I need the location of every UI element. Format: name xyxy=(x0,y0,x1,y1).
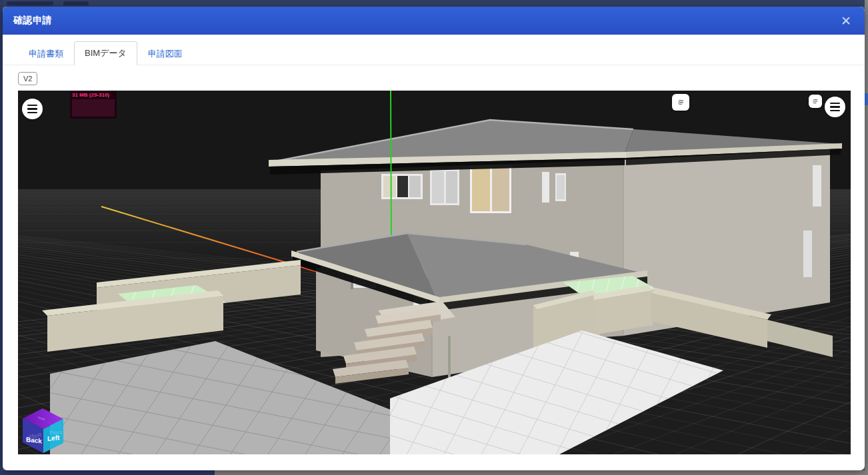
cube-left-label: Left xyxy=(47,434,60,442)
panel-toggle-icon[interactable] xyxy=(809,95,822,108)
background-bottom-navy xyxy=(0,470,215,475)
background-text-hint xyxy=(63,1,89,5)
background-bottom-grey xyxy=(215,470,868,475)
tab-bar: 申請書類 BIMデータ 申請図面 xyxy=(3,35,865,65)
close-icon[interactable]: ✕ xyxy=(838,13,854,29)
upper-window-slim xyxy=(542,172,549,203)
memory-stats-graph xyxy=(72,99,115,117)
background-right-edge xyxy=(865,0,868,475)
background-page-topbar xyxy=(0,0,868,7)
panel-toggle-icon[interactable] xyxy=(672,94,689,111)
memory-stats-panel[interactable]: 31 MB (29-310) xyxy=(70,91,117,119)
upper-window-small xyxy=(430,169,459,205)
rows-icon xyxy=(677,99,685,106)
tab-application-drawings[interactable]: 申請図面 xyxy=(137,42,193,65)
upper-window-slim xyxy=(803,231,812,277)
upper-window-slim xyxy=(813,165,821,207)
upper-window-large xyxy=(470,165,511,213)
modal-header: 確認申請 ✕ xyxy=(3,7,865,35)
modal-title: 確認申請 xyxy=(13,15,52,27)
confirmation-application-modal: 確認申請 ✕ 申請書類 BIMデータ 申請図面 V2 xyxy=(3,7,865,470)
tab-bim-data[interactable]: BIMデータ xyxy=(74,41,137,65)
bim-3d-viewer[interactable]: 31 MB (29-310) xyxy=(18,91,851,454)
upper-window-pane xyxy=(557,175,565,199)
memory-stats-label: 31 MB (29-310) xyxy=(70,91,117,98)
upper-window-triple xyxy=(381,174,423,199)
tab-application-documents[interactable]: 申請書類 xyxy=(18,42,74,65)
3d-scene[interactable] xyxy=(18,91,851,454)
hamburger-menu-icon[interactable] xyxy=(22,99,43,119)
background-text-hint xyxy=(7,1,53,5)
rows-icon xyxy=(812,98,819,105)
view-cube[interactable]: Right Front Top Back Left xyxy=(19,402,67,454)
axis-y-line xyxy=(391,91,391,242)
hamburger-menu-icon[interactable] xyxy=(825,97,845,117)
version-v2-button[interactable]: V2 xyxy=(18,72,37,85)
